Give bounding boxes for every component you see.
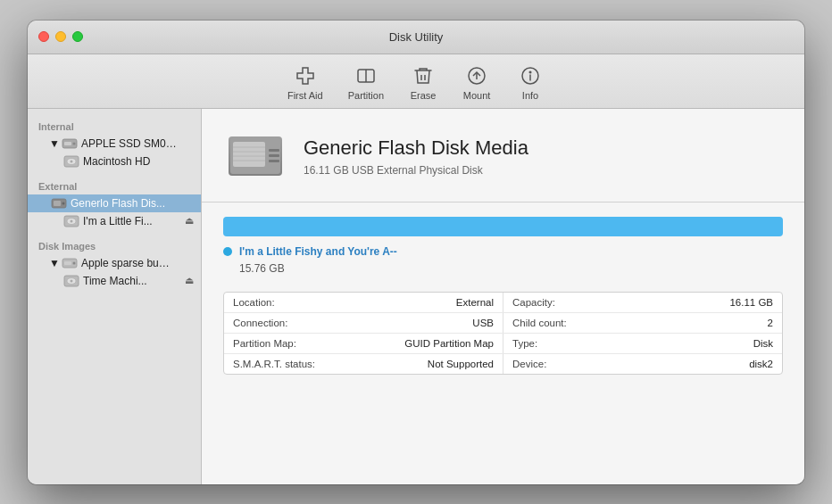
- device-label: Device:: [512, 359, 546, 369]
- partition-bar: [223, 217, 783, 236]
- first-aid-button[interactable]: First Aid: [275, 60, 336, 104]
- svg-point-23: [73, 261, 76, 264]
- smart-label: S.M.A.R.T. status:: [233, 359, 315, 369]
- maximize-button[interactable]: [72, 31, 83, 42]
- type-value: Disk: [753, 338, 773, 349]
- info-table: Location: External Capacity: 16.11 GB Co…: [223, 292, 783, 375]
- eject-icon-2[interactable]: ⏏: [185, 275, 194, 286]
- info-button[interactable]: Info: [503, 60, 557, 104]
- partition-icon: [354, 63, 379, 88]
- child-count-label: Child count:: [512, 318, 567, 328]
- detail-subtitle: 16.11 GB USB External Physical Disk: [304, 164, 528, 177]
- detail-header: Generic Flash Disk Media 16.11 GB USB Ex…: [202, 109, 804, 202]
- sidebar-item-macintosh-hd[interactable]: Macintosh HD: [28, 153, 201, 170]
- partition-area: I'm a Little Fishy and You're A-- 15.76 …: [202, 202, 804, 285]
- svg-point-14: [71, 160, 73, 162]
- volume-icon: [63, 155, 79, 168]
- connection-value: USB: [472, 318, 494, 328]
- sidebar-item-time-machine[interactable]: Time Machi... ⏏: [28, 272, 201, 290]
- close-button[interactable]: [38, 31, 49, 42]
- toolbar: First Aid Partition Erase: [28, 54, 804, 109]
- eject-icon-1[interactable]: ⏏: [185, 215, 194, 227]
- disk-images-section-label: Disk Images: [28, 235, 201, 254]
- titlebar: Disk Utility: [28, 21, 804, 54]
- svg-rect-22: [64, 261, 71, 265]
- info-cell-smart: S.M.A.R.T. status: Not Supported: [224, 354, 503, 374]
- internal-section-label: Internal: [28, 116, 201, 135]
- traffic-lights: [38, 31, 83, 42]
- svg-rect-37: [269, 160, 279, 162]
- erase-button[interactable]: Erase: [396, 60, 450, 104]
- svg-point-20: [71, 219, 73, 222]
- detail-title: Generic Flash Disk Media: [304, 136, 528, 160]
- sidebar-item-generic-flash[interactable]: Generlo Flash Dis...: [28, 194, 201, 212]
- minimize-button[interactable]: [55, 31, 66, 42]
- svg-rect-30: [233, 142, 265, 167]
- detail-title-area: Generic Flash Disk Media 16.11 GB USB Ex…: [304, 136, 528, 176]
- first-aid-icon: [293, 63, 318, 88]
- capacity-label: Capacity:: [512, 297, 555, 308]
- svg-rect-35: [269, 149, 279, 152]
- info-cell-connection: Connection: USB: [224, 313, 503, 333]
- disk-image-container: [223, 125, 287, 189]
- main-window: Disk Utility First Aid Partition: [28, 21, 804, 484]
- partition-button[interactable]: Partition: [336, 60, 396, 104]
- info-label: Info: [522, 90, 538, 101]
- detail-panel: Generic Flash Disk Media 16.11 GB USB Ex…: [202, 109, 804, 484]
- erase-icon: [411, 63, 436, 88]
- type-label: Type:: [512, 338, 537, 349]
- svg-point-11: [73, 142, 76, 145]
- sidebar-item-apple-sparse[interactable]: ▼ Apple sparse bun...: [28, 254, 201, 272]
- partition-size: 15.76 GB: [239, 262, 285, 275]
- first-aid-label: First Aid: [287, 90, 323, 101]
- partition-name: I'm a Little Fishy and You're A--: [239, 245, 397, 258]
- partition-label: Partition: [348, 90, 384, 101]
- external-section-label: External: [28, 176, 201, 194]
- capacity-value: 16.11 GB: [729, 297, 773, 308]
- smart-value: Not Supported: [428, 359, 494, 369]
- info-cell-child-count: Child count: 2: [503, 313, 782, 333]
- time-machine-icon: [63, 275, 79, 287]
- svg-rect-16: [54, 201, 61, 206]
- info-cell-device: Device: disk2: [503, 354, 782, 374]
- sparse-icon: [62, 257, 78, 269]
- main-content: Internal ▼ APPLE SSD SM05...: [28, 109, 804, 484]
- svg-point-8: [529, 71, 531, 73]
- info-row-3: Partition Map: GUID Partition Map Type: …: [224, 334, 782, 354]
- mount-button[interactable]: Mount: [450, 60, 503, 104]
- generic-flash-label: Generlo Flash Dis...: [71, 197, 165, 210]
- mount-label: Mount: [463, 90, 491, 101]
- collapse-icon-2: ▼: [51, 260, 58, 267]
- svg-rect-10: [64, 142, 71, 145]
- info-cell-type: Type: Disk: [503, 334, 782, 353]
- window-title: Disk Utility: [389, 30, 444, 44]
- erase-label: Erase: [411, 90, 437, 101]
- connection-label: Connection:: [233, 318, 287, 328]
- sidebar-item-little-fishy[interactable]: I'm a Little Fi... ⏏: [28, 212, 201, 230]
- volume2-icon: [63, 215, 79, 227]
- child-count-value: 2: [768, 318, 773, 328]
- drive-icon: [62, 137, 78, 150]
- info-cell-capacity: Capacity: 16.11 GB: [503, 293, 782, 312]
- partition-dot: [223, 247, 232, 256]
- partition-map-value: GUID Partition Map: [404, 338, 494, 349]
- sidebar-item-apple-ssd[interactable]: ▼ APPLE SSD SM05...: [28, 135, 201, 153]
- time-machine-label: Time Machi...: [83, 275, 147, 287]
- svg-rect-36: [269, 154, 279, 157]
- info-icon: [518, 63, 543, 88]
- partition-item: I'm a Little Fishy and You're A--: [223, 245, 783, 258]
- svg-point-26: [71, 279, 73, 282]
- info-cell-location: Location: External: [224, 293, 503, 312]
- info-cell-partition-map: Partition Map: GUID Partition Map: [224, 334, 503, 353]
- usb-drive-icon: [51, 197, 67, 210]
- little-fishy-label: I'm a Little Fi...: [83, 215, 153, 227]
- info-row-2: Connection: USB Child count: 2: [224, 313, 782, 334]
- apple-ssd-label: APPLE SSD SM05...: [81, 137, 179, 150]
- macintosh-hd-label: Macintosh HD: [83, 155, 150, 168]
- apple-sparse-label: Apple sparse bun...: [81, 257, 171, 269]
- sidebar: Internal ▼ APPLE SSD SM05...: [28, 109, 202, 484]
- info-row-1: Location: External Capacity: 16.11 GB: [224, 293, 782, 313]
- location-value: External: [456, 297, 494, 308]
- svg-point-17: [62, 202, 65, 204]
- disk-3d-image: [224, 129, 287, 185]
